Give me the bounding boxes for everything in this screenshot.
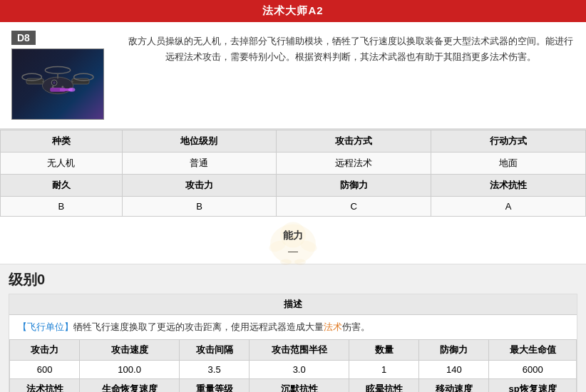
- unit-description: 敌方人员操纵的无人机，去掉部分飞行辅助模块，牺牲了飞行速度以换取装备更大型法术武…: [127, 31, 575, 65]
- unit-badge: D8: [11, 31, 36, 45]
- dh2-silence: 沉默抗性: [250, 379, 349, 392]
- svg-point-23: [280, 259, 292, 265]
- title-bar: 法术大师A2: [0, 0, 586, 22]
- page-title: 法术大师A2: [262, 4, 323, 16]
- dh-atk: 攻击力: [10, 340, 80, 361]
- level-section: 级别0 描述 【飞行单位】牺牲飞行速度换取了更远的攻击距离，使用远程武器造成大量…: [0, 264, 586, 392]
- svg-rect-2: [72, 78, 90, 84]
- val-move-type: 地面: [431, 153, 586, 175]
- svg-point-5: [45, 67, 70, 74]
- desc-content: 【飞行单位】牺牲飞行速度换取了更远的攻击距离，使用远程武器造成大量法术伤害。: [9, 315, 577, 339]
- ability-area: 能力 —: [0, 217, 586, 264]
- svg-line-11: [42, 81, 43, 82]
- dh-def: 防御力: [419, 340, 489, 361]
- dh-maxhp: 最大生命值: [489, 340, 577, 361]
- ability-dash: —: [0, 245, 586, 257]
- val-hp: B: [1, 197, 123, 217]
- unit-image: [11, 48, 104, 120]
- val-atk: B: [122, 197, 277, 217]
- page-wrapper: 法术大师A2 D8: [0, 0, 586, 392]
- dv-interval: 3.5: [180, 361, 250, 379]
- top-section: D8: [0, 22, 586, 129]
- col-move-type: 行动方式: [431, 130, 586, 153]
- svg-rect-1: [26, 78, 44, 84]
- desc-after: 伤害。: [342, 321, 370, 332]
- level-heading: 级别0: [9, 270, 577, 289]
- dh-atkspd: 攻击速度: [80, 340, 180, 361]
- col-attack-type: 攻击方式: [277, 130, 431, 153]
- col-res: 法术抗性: [431, 175, 586, 197]
- svg-point-24: [294, 259, 306, 265]
- dv-count: 1: [349, 361, 419, 379]
- badge-image-area: D8: [11, 31, 117, 120]
- col-def: 防御力: [277, 175, 431, 197]
- col-hp: 耐久: [1, 175, 123, 197]
- stats-table: 种类 地位级别 攻击方式 行动方式 无人机 普通 远程法术 地面 耐久 攻击力 …: [0, 130, 586, 217]
- desc-middle: 牺牲飞行速度换取了更远的攻击距离，使用远程武器造成大量: [73, 321, 324, 332]
- svg-line-12: [72, 81, 73, 82]
- col-rank: 地位级别: [122, 130, 277, 153]
- val-kind: 无人机: [1, 153, 123, 175]
- desc-section: 描述 【飞行单位】牺牲飞行速度换取了更远的攻击距离，使用远程武器造成大量法术伤害…: [9, 294, 577, 392]
- dh-range: 攻击范围半径: [250, 340, 349, 361]
- svg-point-8: [68, 88, 76, 92]
- val-res: A: [431, 197, 586, 217]
- dh2-weight: 重量等级: [180, 379, 250, 392]
- flying-unit-link[interactable]: 【飞行单位】: [18, 321, 73, 332]
- desc-header: 描述: [9, 294, 577, 315]
- svg-point-14: [52, 86, 54, 88]
- svg-point-10: [53, 81, 56, 84]
- col-kind: 种类: [1, 130, 123, 153]
- dh2-movespd: 移动速度: [419, 379, 489, 392]
- data-table: 攻击力 攻击速度 攻击间隔 攻击范围半径 数量 防御力 最大生命值 600 10…: [9, 339, 577, 392]
- dv-atkspd: 100.0: [80, 361, 180, 379]
- dv-def: 140: [419, 361, 489, 379]
- ability-label: 能力: [0, 229, 586, 242]
- col-atk: 攻击力: [122, 175, 277, 197]
- dv-atk: 600: [10, 361, 80, 379]
- dh2-spregen: sp恢复速度: [489, 379, 577, 392]
- svg-point-15: [61, 86, 63, 88]
- dh2-stun: 眩晕抗性: [349, 379, 419, 392]
- val-attack-type: 远程法术: [277, 153, 431, 175]
- dv-range: 3.0: [250, 361, 349, 379]
- val-rank: 普通: [122, 153, 277, 175]
- dh-interval: 攻击间隔: [180, 340, 250, 361]
- damage-type-link[interactable]: 法术: [324, 321, 342, 332]
- dh2-hpregen: 生命恢复速度: [80, 379, 180, 392]
- stats-section: 种类 地位级别 攻击方式 行动方式 无人机 普通 远程法术 地面 耐久 攻击力 …: [0, 129, 586, 217]
- val-def: C: [277, 197, 431, 217]
- dh-count: 数量: [349, 340, 419, 361]
- dv-maxhp: 6000: [489, 361, 577, 379]
- dh2-res: 法术抗性: [10, 379, 80, 392]
